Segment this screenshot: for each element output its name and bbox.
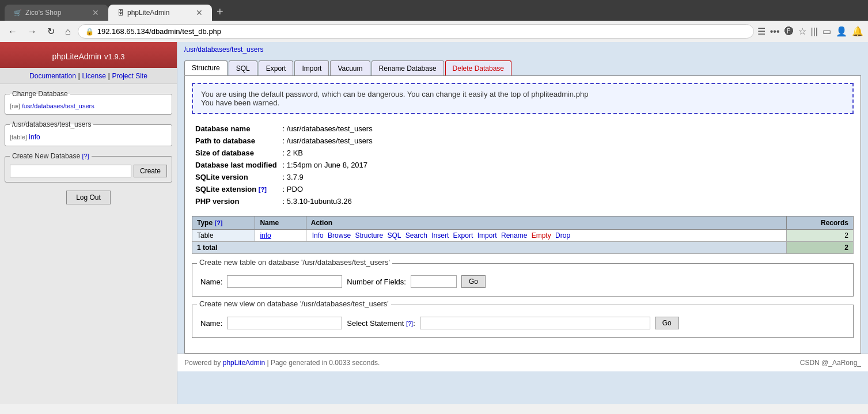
db-info-modified-row: Database last modified : 1:54pm on June … [193,159,375,170]
tables-thead: Type [?] Name Action Records [192,217,854,230]
action-info[interactable]: Info [312,231,324,240]
back-button[interactable]: ← [5,25,21,38]
create-database-section: Create New Database [?] Create [5,152,172,183]
db-sqlite-label: SQLite version [193,172,279,183]
phpliteadmin-link[interactable]: phpLiteAdmin [223,359,265,367]
library-icon[interactable]: ||| [811,26,818,37]
create-db-input-row: Create [10,165,167,177]
breadcrumb: /usr/databases/test_users [177,42,868,57]
col-name: Name [255,217,306,230]
create-table-fields-input[interactable] [411,275,457,288]
bookmarks-icon[interactable]: ☰ [757,26,765,37]
license-link[interactable]: License [82,72,105,80]
content-body: You are using the default password, whic… [184,75,861,354]
create-db-help-link[interactable]: [?] [82,153,89,159]
create-db-button[interactable]: Create [134,165,167,177]
create-view-statement-input[interactable] [420,317,650,329]
project-site-link[interactable]: Project Site [112,72,147,80]
create-database-fieldset: Create New Database [?] Create [5,152,172,183]
tab-phplite-close[interactable]: ✕ [196,8,203,17]
more-icon[interactable]: ••• [770,26,780,37]
address-bar[interactable] [97,27,746,36]
pocket-icon[interactable]: 🅟 [784,26,794,37]
db-info-sqlite-row: SQLite version : 3.7.9 [193,172,375,183]
browser-tabs: 🛒 Zico's Shop ✕ 🗄 phpLiteAdmin ✕ + [0,5,868,21]
col-type: Type [?] [192,217,255,230]
table-type-cell: Table [192,230,255,242]
breadcrumb-link[interactable]: /usr/databases/test_users [184,45,263,54]
table-name-cell: info [255,230,306,242]
create-table-name-input[interactable] [227,275,342,288]
tab-zico-close[interactable]: ✕ [92,8,99,17]
sidebar-table-link[interactable]: info [29,133,40,141]
action-sql[interactable]: SQL [388,231,401,240]
tab-sql[interactable]: SQL [229,60,257,75]
db-name-label: Database name [193,123,279,134]
sidebar-toggle-icon[interactable]: ▭ [822,26,831,37]
warning-line1: You are using the default password, whic… [201,90,844,98]
current-db-link[interactable]: /usr/databases/test_users [22,102,94,109]
tab-structure[interactable]: Structure [184,60,228,75]
col-action: Action [306,217,787,230]
security-icon: 🔒 [85,28,94,36]
create-view-name-input[interactable] [227,317,342,329]
home-button[interactable]: ⌂ [62,25,74,38]
create-table-go-button[interactable]: Go [461,275,486,288]
change-database-fieldset: Change Database [rw] /usr/databases/test… [5,90,172,115]
db-tables-fieldset: /usr/databases/test_users [table] info [5,120,172,146]
sidebar-header: phpLiteAdmin v1.9.3 [0,42,177,68]
action-insert[interactable]: Insert [431,231,449,240]
sidebar-links: Documentation | License | Project Site [0,68,177,84]
db-ext-value: : PDO [281,184,375,195]
tab-phplite[interactable]: 🗄 phpLiteAdmin ✕ [108,5,212,21]
tab-import[interactable]: Import [294,60,329,75]
tabs-bar: Structure SQL Export Import Vacuum Renam… [177,57,868,75]
db-info-ext-row: SQLite extension [?] : PDO [193,184,375,195]
action-drop[interactable]: Drop [555,231,570,240]
db-size-value: : 2 KB [281,147,375,158]
create-view-help-link[interactable]: [?] [406,320,413,327]
db-size-label: Size of database [193,147,279,158]
action-rename[interactable]: Rename [501,231,527,240]
action-export[interactable]: Export [453,231,473,240]
create-db-name-input[interactable] [10,165,131,177]
create-database-legend: Create New Database [?] [10,152,92,160]
db-modified-value: : 1:54pm on June 8, 2017 [281,159,375,170]
forward-button[interactable]: → [24,25,40,38]
action-import[interactable]: Import [477,231,497,240]
profile-icon[interactable]: 👤 [836,26,847,37]
tab-vacuum[interactable]: Vacuum [330,60,370,75]
total-label-cell: 1 total [192,242,787,254]
logout-wrap: Log Out [0,191,177,204]
notification-icon[interactable]: 🔔 [852,26,863,37]
star-icon[interactable]: ☆ [798,26,806,37]
db-modified-label: Database last modified [193,159,279,170]
new-tab-button[interactable]: + [212,5,228,18]
tables-tbody: Table info Info Browse Structure SQL Sea… [192,230,854,254]
create-view-go-button[interactable]: Go [655,317,679,329]
warning-box: You are using the default password, whic… [192,83,854,114]
current-db-path-row: [rw] /usr/databases/test_users [10,102,167,109]
tab-phplite-favicon: 🗄 [117,9,124,16]
create-table-section: Create new table on database '/usr/datab… [192,263,854,297]
refresh-button[interactable]: ↻ [44,25,58,38]
action-empty[interactable]: Empty [532,231,551,240]
type-help-link[interactable]: [?] [214,219,222,226]
total-records-cell: 2 [787,242,854,254]
tab-delete-database[interactable]: Delete Database [445,60,511,75]
create-table-fields-label: Number of Fields: [347,278,406,286]
documentation-link[interactable]: Documentation [29,72,76,80]
table-row: Table info Info Browse Structure SQL Sea… [192,230,854,242]
action-browse[interactable]: Browse [328,231,351,240]
tab-zico[interactable]: 🛒 Zico's Shop ✕ [5,5,108,21]
tab-rename-database[interactable]: Rename Database [372,60,444,75]
db-name-value: : /usr/databases/test_users [281,123,375,134]
action-search[interactable]: Search [405,231,427,240]
sqlite-ext-help-link[interactable]: [?] [259,186,267,193]
action-structure[interactable]: Structure [355,231,383,240]
create-table-name-label: Name: [200,278,222,286]
table-name-link[interactable]: info [260,231,271,240]
db-sqlite-value: : 3.7.9 [281,172,375,183]
logout-button[interactable]: Log Out [66,191,111,204]
tab-export[interactable]: Export [259,60,294,75]
